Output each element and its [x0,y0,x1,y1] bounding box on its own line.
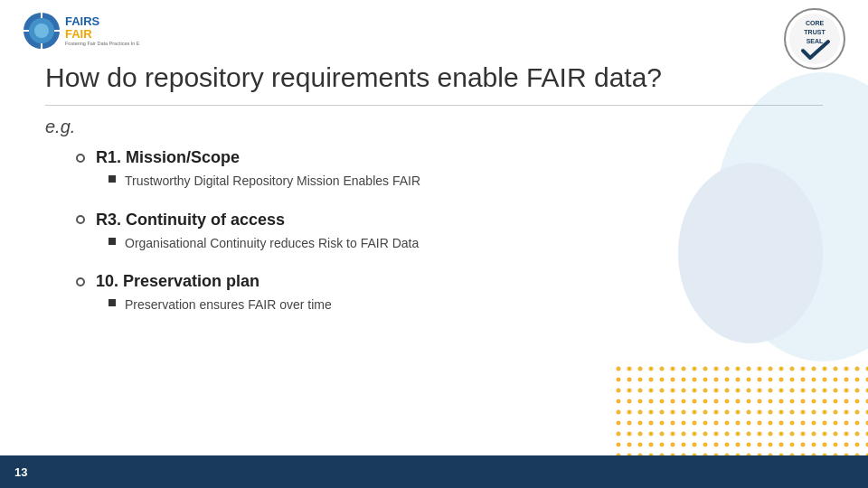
bottom-bar: 13 [0,455,868,488]
page-number: 13 [0,465,42,479]
circle-bullet-r10 [76,277,85,286]
main-content: R1. Mission/Scope Trustworthy Digital Re… [0,141,868,314]
square-bullet-r3 [108,238,116,245]
svg-point-2 [34,23,49,38]
svg-text:Fostering Fair Data Practices : Fostering Fair Data Practices In Europe [65,41,139,46]
circle-bullet-r1 [76,154,85,163]
section-r1-heading: R1. Mission/Scope [72,148,796,167]
dots-decoration [615,365,868,455]
page-title: How do repository requirements enable FA… [0,58,868,101]
title-divider [45,105,823,106]
section-r3: R3. Continuity of access Organisational … [72,211,796,253]
svg-text:FAIRS: FAIRS [65,14,100,28]
section-r10-sub: Preservation ensures FAIR over time [108,296,796,314]
header: FAIRS FAIR Fostering Fair Data Practices… [0,0,868,58]
section-r10-heading: 10. Preservation plan [72,272,796,291]
section-r3-heading: R3. Continuity of access [72,211,796,230]
section-r3-text: Organisational Continuity reduces Risk t… [125,235,419,253]
core-trust-seal-badge: CORE TRUST SEAL [783,7,846,74]
section-r1-title: R1. Mission/Scope [96,148,240,167]
square-bullet-r10 [108,299,116,306]
section-r10-text: Preservation ensures FAIR over time [125,296,332,314]
eg-label: e.g. [0,113,868,141]
section-r3-sub: Organisational Continuity reduces Risk t… [108,235,796,253]
square-bullet-r1 [108,175,116,183]
section-r10-title: 10. Preservation plan [96,272,259,291]
svg-text:SEAL: SEAL [807,38,824,44]
svg-rect-18 [615,365,868,455]
svg-text:CORE: CORE [806,20,825,26]
logo-area: FAIRS FAIR Fostering Fair Data Practices… [22,11,139,51]
section-r1-sub: Trustworthy Digital Repository Mission E… [108,173,796,191]
section-r10: 10. Preservation plan Preservation ensur… [72,272,796,314]
svg-text:FAIR: FAIR [65,27,92,41]
section-r1-text: Trustworthy Digital Repository Mission E… [125,173,420,191]
svg-text:TRUST: TRUST [804,29,826,35]
section-r3-title: R3. Continuity of access [96,211,285,230]
fairsfair-logo: FAIRS FAIR Fostering Fair Data Practices… [22,11,139,51]
circle-bullet-r3 [76,215,85,224]
section-r1: R1. Mission/Scope Trustworthy Digital Re… [72,148,796,191]
